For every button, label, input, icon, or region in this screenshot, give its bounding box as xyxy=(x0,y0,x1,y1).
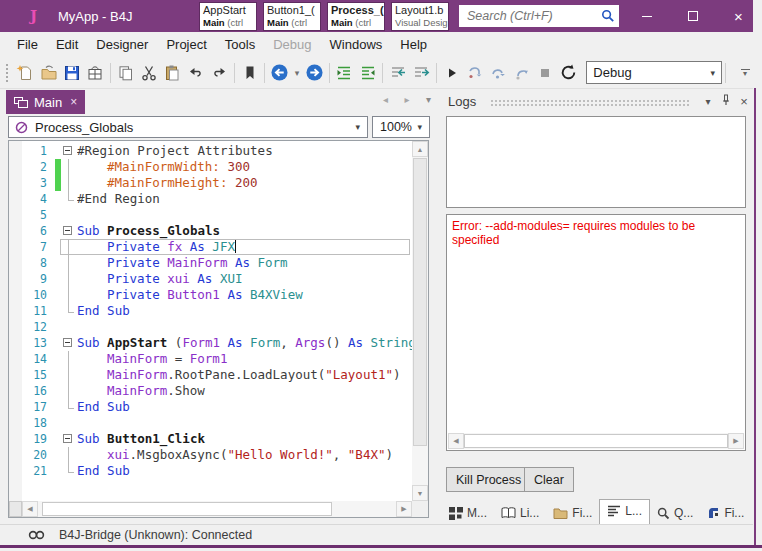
logs-panel-header[interactable]: Logs ▾ × xyxy=(442,90,753,112)
code-line[interactable]: 1#Region Project Attributes xyxy=(9,143,412,159)
quick-tab-4[interactable]: Layout1.bVisual Desig xyxy=(391,2,449,31)
stop-button[interactable] xyxy=(534,60,557,86)
code-line[interactable]: 8Private MainForm As Form xyxy=(9,255,412,271)
tool-tab-find-references[interactable]: Fi... xyxy=(700,502,751,524)
search-box[interactable] xyxy=(459,5,619,27)
menu-file[interactable]: File xyxy=(8,34,47,55)
collapse-icon[interactable] xyxy=(63,338,72,347)
code-line[interactable]: 4#End Region xyxy=(9,191,412,207)
close-button[interactable]: × xyxy=(716,0,761,32)
navigate-back-button[interactable] xyxy=(268,60,291,86)
tool-tab-logs[interactable]: L... xyxy=(599,499,650,524)
fold-column[interactable] xyxy=(61,431,77,447)
code-line[interactable]: 9Private xui As XUI xyxy=(9,271,412,287)
cut-button[interactable] xyxy=(137,60,160,86)
paste-button[interactable] xyxy=(161,60,184,86)
log-output-secondary[interactable] xyxy=(446,116,746,208)
log-horizontal-scrollbar[interactable]: ◀ ▶ xyxy=(448,433,744,449)
redo-button[interactable] xyxy=(208,60,231,86)
panel-close-icon[interactable]: × xyxy=(735,94,753,109)
code-line[interactable]: 2#MainFormWidth: 300 xyxy=(9,159,412,175)
menu-help[interactable]: Help xyxy=(391,34,436,55)
tool-tab-quick-search[interactable]: Q... xyxy=(650,502,700,524)
code-line[interactable]: 6Sub Process_Globals xyxy=(9,223,412,239)
editor-vertical-scrollbar[interactable]: ▲ ▼ xyxy=(412,141,428,501)
step-over-button[interactable] xyxy=(487,60,510,86)
menu-project[interactable]: Project xyxy=(157,34,215,55)
uncomment-button[interactable] xyxy=(410,60,433,86)
code-line[interactable]: 15MainForm.RootPane.LoadLayout("Layout1"… xyxy=(9,367,412,383)
editor-zoom-combo[interactable]: 100% ▾ xyxy=(372,116,430,138)
tab-list-dropdown-icon[interactable]: ▾ xyxy=(426,94,431,105)
splitter-grip[interactable] xyxy=(9,501,22,517)
bookmark-button[interactable] xyxy=(238,60,261,86)
scroll-right-icon[interactable]: ▶ xyxy=(396,501,412,517)
code-line[interactable]: 14MainForm = Form1 xyxy=(9,351,412,367)
toolbar-overflow-button[interactable]: ▾ xyxy=(737,69,753,76)
search-icon[interactable] xyxy=(597,9,619,23)
step-into-button[interactable] xyxy=(463,60,486,86)
fold-column[interactable] xyxy=(61,335,77,351)
scroll-left-icon[interactable]: ◀ xyxy=(448,433,464,449)
code-editor[interactable]: 1#Region Project Attributes2#MainFormWid… xyxy=(8,140,429,518)
scrollbar-thumb[interactable] xyxy=(413,158,427,446)
quick-tab-2[interactable]: Button1_(Main (ctrl xyxy=(263,2,321,31)
log-output-main[interactable]: Error: --add-modules= requires modules t… xyxy=(446,214,746,451)
undo-button[interactable] xyxy=(184,60,207,86)
code-line[interactable]: 7Private fx As JFX xyxy=(9,239,412,255)
navigate-forward-button[interactable] xyxy=(302,60,325,86)
code-line[interactable]: 13Sub AppStart (Form1 As Form, Args() As… xyxy=(9,335,412,351)
comment-button[interactable] xyxy=(386,60,409,86)
code-line[interactable]: 3#MainFormHeight: 200 xyxy=(9,175,412,191)
code-line[interactable]: 18 xyxy=(9,415,412,431)
code-line[interactable]: 5 xyxy=(9,207,412,223)
new-project-button[interactable] xyxy=(14,60,37,86)
tool-tab-libraries[interactable]: Li... xyxy=(494,502,546,524)
collapse-icon[interactable] xyxy=(63,146,72,155)
minimize-button[interactable] xyxy=(624,0,669,32)
code-line[interactable]: 20xui.MsgboxAsync("Hello World!", "B4X") xyxy=(9,447,412,463)
scroll-up-icon[interactable]: ▲ xyxy=(412,141,428,157)
run-button[interactable] xyxy=(440,60,463,86)
indent-right-button[interactable] xyxy=(333,60,356,86)
step-out-button[interactable] xyxy=(510,60,533,86)
panel-drag-texture[interactable] xyxy=(490,99,689,107)
editor-horizontal-scrollbar[interactable]: ◀ ▶ xyxy=(9,501,412,517)
collapse-icon[interactable] xyxy=(63,434,72,443)
tool-tab-files[interactable]: Fi... xyxy=(546,502,599,524)
quick-tab-1[interactable]: AppStartMain (ctrl xyxy=(199,2,257,31)
menu-windows[interactable]: Windows xyxy=(321,34,392,55)
clear-button[interactable]: Clear xyxy=(524,467,574,492)
code-line[interactable]: 19Sub Button1_Click xyxy=(9,431,412,447)
back-history-dropdown[interactable]: ▾ xyxy=(292,68,303,78)
tab-main[interactable]: Main × xyxy=(6,90,85,114)
pin-icon[interactable] xyxy=(717,94,735,108)
code-line[interactable]: 17End Sub xyxy=(9,399,412,415)
kill-process-button[interactable]: Kill Process xyxy=(446,467,531,492)
build-configuration-combo[interactable]: Debug ▾ xyxy=(586,61,722,84)
search-input[interactable] xyxy=(459,9,597,23)
restart-button[interactable] xyxy=(557,60,580,86)
menu-designer[interactable]: Designer xyxy=(87,34,157,55)
fold-column[interactable] xyxy=(61,143,77,159)
menu-tools[interactable]: Tools xyxy=(216,34,264,55)
save-button[interactable] xyxy=(60,60,83,86)
code-line[interactable]: 16MainForm.Show xyxy=(9,383,412,399)
scrollbar-thumb[interactable] xyxy=(464,434,728,448)
scrollbar-thumb[interactable] xyxy=(42,502,332,516)
tab-scroll-right-icon[interactable]: ▸ xyxy=(404,94,409,105)
menu-edit[interactable]: Edit xyxy=(47,34,87,55)
scroll-left-icon[interactable]: ◀ xyxy=(22,501,38,517)
code-line[interactable]: 11End Sub xyxy=(9,303,412,319)
indent-left-button[interactable] xyxy=(356,60,379,86)
export-zip-button[interactable] xyxy=(84,60,107,86)
scroll-right-icon[interactable]: ▶ xyxy=(728,433,744,449)
code-line[interactable]: 21End Sub xyxy=(9,463,412,479)
open-project-button[interactable] xyxy=(37,60,60,86)
tab-scroll-left-icon[interactable]: ◂ xyxy=(383,94,388,105)
panel-menu-icon[interactable]: ▾ xyxy=(699,96,717,107)
tab-close-icon[interactable]: × xyxy=(70,95,77,109)
maximize-button[interactable] xyxy=(670,0,715,32)
copy-button[interactable] xyxy=(114,60,137,86)
code-line[interactable]: 10Private Button1 As B4XView xyxy=(9,287,412,303)
